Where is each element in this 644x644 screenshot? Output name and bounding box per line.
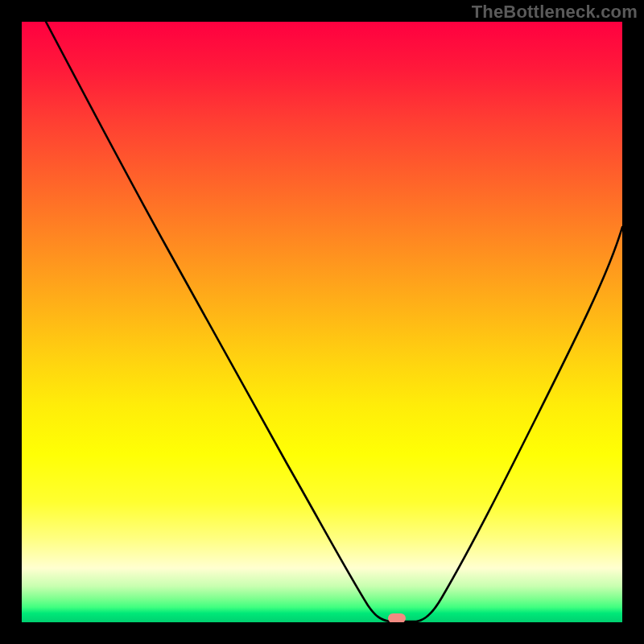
- optimal-marker: [388, 613, 406, 622]
- chart-frame: TheBottleneck.com: [0, 0, 644, 644]
- watermark-text: TheBottleneck.com: [472, 2, 638, 23]
- plot-area: [22, 22, 622, 622]
- bottleneck-curve: [22, 22, 622, 622]
- curve-path: [46, 22, 622, 621]
